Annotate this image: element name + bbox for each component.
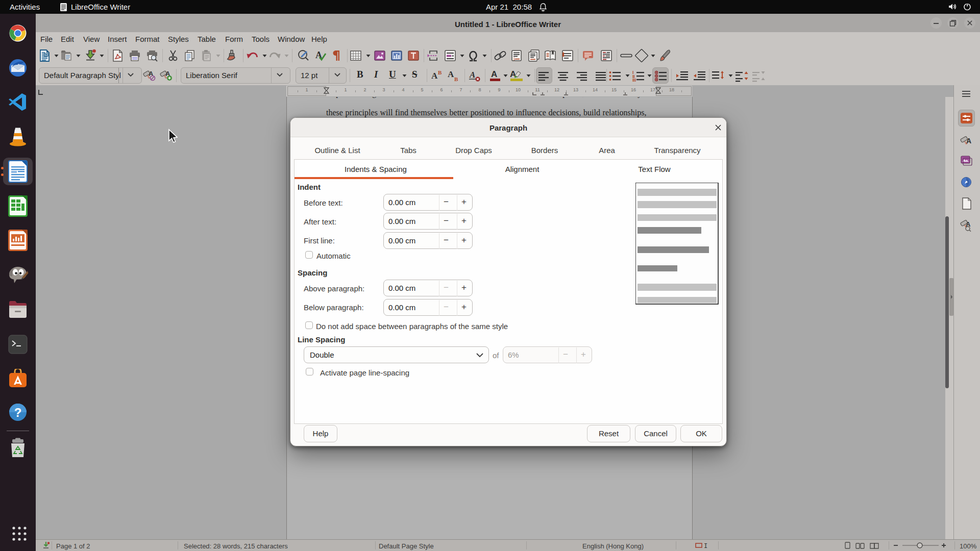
- svg-text:A: A: [448, 69, 454, 79]
- svg-text:A: A: [966, 137, 971, 145]
- svg-text:B: B: [454, 76, 458, 82]
- svg-text:A: A: [469, 70, 475, 80]
- svg-text:A: A: [491, 69, 497, 79]
- svg-text:B: B: [438, 69, 442, 76]
- svg-text:1: 1: [513, 57, 516, 61]
- svg-text:I: I: [704, 543, 707, 549]
- svg-text:A: A: [431, 71, 438, 81]
- svg-text:?: ?: [14, 406, 22, 419]
- svg-text:III: III: [632, 78, 636, 82]
